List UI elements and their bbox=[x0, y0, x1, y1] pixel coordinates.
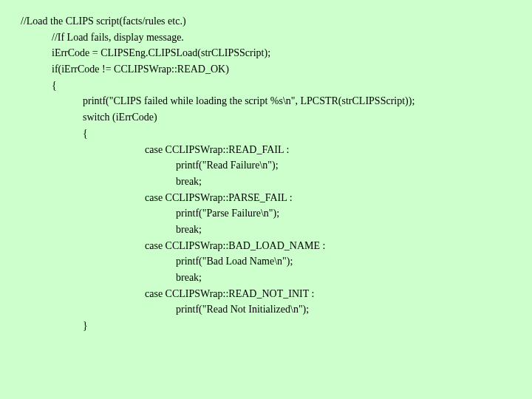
code-line: if(iErrCode != CCLIPSWrap::READ_OK) bbox=[21, 61, 525, 78]
code-line: //Load the CLIPS script(facts/rules etc.… bbox=[21, 13, 525, 30]
code-line: switch (iErrCode) bbox=[21, 109, 525, 126]
code-line: break; bbox=[21, 174, 525, 190]
code-line: { bbox=[21, 126, 525, 142]
code-line: case CCLIPSWrap::READ_FAIL : bbox=[21, 142, 525, 158]
code-line: case CCLIPSWrap::PARSE_FAIL : bbox=[21, 190, 525, 206]
code-line: printf("CLIPS failed while loading the s… bbox=[21, 93, 525, 109]
code-line: iErrCode = CLIPSEng.CLIPSLoad(strCLIPSSc… bbox=[21, 45, 525, 61]
code-line: printf("Read Not Initialized\n"); bbox=[21, 301, 525, 318]
code-line: printf("Bad Load Name\n"); bbox=[21, 253, 525, 270]
code-line: case CCLIPSWrap::READ_NOT_INIT : bbox=[21, 286, 525, 302]
code-line: //If Load fails, display message. bbox=[21, 30, 525, 46]
code-line: break; bbox=[21, 270, 525, 286]
code-line: printf("Read Failure\n"); bbox=[21, 157, 525, 174]
code-block: //Load the CLIPS script(facts/rules etc.… bbox=[0, 0, 532, 341]
code-line: case CCLIPSWrap::BAD_LOAD_NAME : bbox=[21, 238, 525, 254]
code-line: break; bbox=[21, 222, 525, 238]
code-line: printf("Parse Failure\n"); bbox=[21, 205, 525, 222]
code-line: { bbox=[21, 78, 525, 94]
code-line: } bbox=[21, 318, 525, 334]
